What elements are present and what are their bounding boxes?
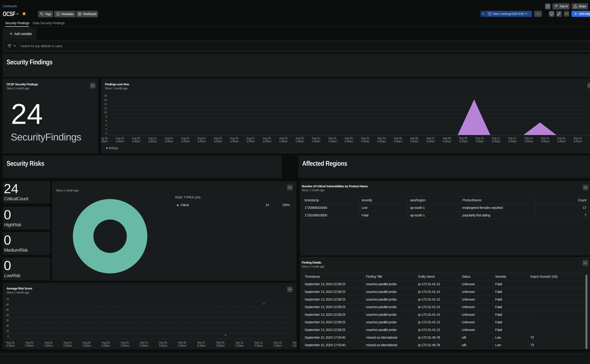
svg-text:5:30am: 5:30am [197, 140, 206, 143]
svg-text:Sep 15,: Sep 15, [557, 136, 566, 140]
svg-text:Sep 09,: Sep 09, [216, 341, 225, 344]
svg-text:Sep 04,: Sep 04, [377, 136, 386, 140]
svg-text:Aug 24,: Aug 24, [63, 341, 72, 344]
svg-text:16: 16 [104, 98, 107, 102]
svg-text:5:30am: 5:30am [230, 140, 239, 143]
svg-text:Aug 31,: Aug 31, [312, 136, 321, 140]
svg-text:Aug 26,: Aug 26, [230, 136, 239, 140]
svg-text:5:30am: 5:30am [6, 344, 15, 347]
svg-text:5:30am: 5:30am [25, 344, 34, 347]
svg-text:5:30am: 5:30am [410, 140, 419, 143]
svg-text:Aug 18,: Aug 18, [101, 136, 108, 140]
svg-text:18: 18 [104, 94, 107, 97]
svg-text:Aug 25,: Aug 25, [214, 136, 222, 140]
svg-text:5:30am: 5:30am [361, 140, 369, 143]
svg-text:Sep 05,: Sep 05, [394, 136, 402, 140]
svg-text:6: 6 [106, 119, 107, 122]
svg-text:0: 0 [7, 335, 9, 338]
svg-text:5:30am: 5:30am [312, 140, 320, 143]
svg-text:10: 10 [6, 330, 9, 333]
svg-text:Sep 17,: Sep 17, [293, 341, 296, 344]
svg-text:5:30am: 5:30am [459, 140, 468, 143]
svg-text:Aug 28,: Aug 28, [263, 136, 271, 140]
svg-text:5:30am: 5:30am [216, 344, 225, 347]
svg-text:5:30am: 5:30am [426, 140, 435, 143]
svg-text:5:30am: 5:30am [574, 140, 582, 143]
svg-text:Aug 30,: Aug 30, [121, 341, 129, 344]
svg-text:5:30am: 5:30am [181, 140, 190, 143]
svg-text:5:30am: 5:30am [121, 344, 129, 347]
svg-text:Sep 15,: Sep 15, [273, 341, 282, 344]
svg-text:5:30am: 5:30am [295, 140, 304, 143]
svg-text:Sep 12,: Sep 12, [508, 136, 517, 140]
svg-text:Sep 10,: Sep 10, [476, 136, 484, 140]
svg-text:5:30am: 5:30am [273, 344, 282, 347]
svg-text:5:30am: 5:30am [508, 140, 517, 143]
svg-text:Sep 06,: Sep 06, [410, 136, 419, 140]
svg-text:4: 4 [106, 124, 107, 126]
svg-text:Sep 07,: Sep 07, [197, 341, 206, 344]
svg-text:10: 10 [104, 111, 107, 114]
svg-text:5:30am: 5:30am [541, 140, 550, 143]
svg-text:Sep 02,: Sep 02, [345, 136, 353, 140]
svg-text:5:30am: 5:30am [140, 344, 148, 347]
svg-text:Aug 30,: Aug 30, [295, 136, 304, 140]
svg-text:Sep 14,: Sep 14, [541, 136, 550, 140]
svg-text:Sep 13,: Sep 13, [524, 136, 533, 140]
svg-text:5:30am: 5:30am [557, 140, 566, 143]
svg-text:14: 14 [104, 103, 107, 106]
svg-text:5:30am: 5:30am [132, 140, 141, 143]
svg-text:5:30am: 5:30am [178, 344, 187, 347]
svg-text:30: 30 [6, 319, 9, 322]
svg-text:0: 0 [106, 132, 107, 135]
svg-text:Aug 20,: Aug 20, [132, 136, 141, 140]
svg-text:50: 50 [6, 308, 9, 312]
svg-text:5:30am: 5:30am [328, 140, 337, 143]
svg-text:Aug 20,: Aug 20, [25, 341, 34, 344]
svg-text:5:30am: 5:30am [116, 140, 124, 143]
svg-text:40: 40 [6, 314, 9, 317]
svg-text:Sep 11,: Sep 11, [492, 136, 500, 140]
svg-text:Aug 27,: Aug 27, [246, 136, 255, 140]
svg-text:findings: findings [109, 146, 118, 150]
svg-text:5:30am: 5:30am [524, 140, 533, 143]
svg-text:20: 20 [6, 324, 9, 327]
svg-text:5:30am: 5:30am [394, 140, 402, 143]
svg-text:5:30am: 5:30am [214, 140, 222, 143]
svg-text:5:30am: 5:30am [345, 140, 353, 143]
svg-text:5:30am: 5:30am [279, 140, 288, 143]
svg-text:5:30am: 5:30am [263, 140, 271, 143]
svg-text:Sep 11,: Sep 11, [235, 341, 244, 344]
svg-text:Aug 23,: Aug 23, [181, 136, 190, 140]
svg-text:Sep 01,: Sep 01, [140, 341, 148, 344]
svg-text:Aug 28,: Aug 28, [102, 341, 110, 344]
svg-text:2: 2 [106, 128, 107, 131]
svg-text:Sep 07,: Sep 07, [426, 136, 435, 140]
svg-text:Sep 13,: Sep 13, [254, 341, 263, 344]
svg-text:Sep 16,: Sep 16, [573, 136, 582, 140]
svg-text:5:30am: 5:30am [443, 140, 451, 143]
svg-text:5:30am: 5:30am [197, 344, 206, 347]
svg-text:Aug 26,: Aug 26, [82, 341, 91, 344]
svg-text:Aug 22,: Aug 22, [165, 136, 173, 140]
svg-text:Aug 29,: Aug 29, [279, 136, 288, 140]
svg-text:5:30am: 5:30am [165, 140, 173, 143]
svg-text:5:30am: 5:30am [102, 344, 110, 347]
svg-text:Aug 19,: Aug 19, [116, 136, 124, 140]
svg-text:8: 8 [106, 115, 107, 118]
svg-text:5:30am: 5:30am [492, 140, 500, 143]
svg-text:5:30am: 5:30am [82, 344, 91, 347]
svg-text:Sep 03,: Sep 03, [159, 341, 168, 344]
svg-text:5:30am: 5:30am [476, 140, 484, 143]
svg-text:5:30am: 5:30am [293, 344, 296, 347]
svg-text:Aug 24,: Aug 24, [197, 136, 206, 140]
svg-text:5:30am: 5:30am [377, 140, 386, 143]
svg-text:Sep 03,: Sep 03, [361, 136, 369, 140]
svg-text:5:30am: 5:30am [235, 344, 244, 347]
svg-text:Aug 18,: Aug 18, [6, 341, 15, 344]
svg-text:5:30am: 5:30am [159, 344, 168, 347]
svg-text:5:30am: 5:30am [255, 344, 263, 347]
svg-text:Aug 22,: Aug 22, [44, 341, 53, 344]
svg-text:5:30am: 5:30am [44, 344, 53, 347]
svg-text:70: 70 [6, 298, 9, 301]
